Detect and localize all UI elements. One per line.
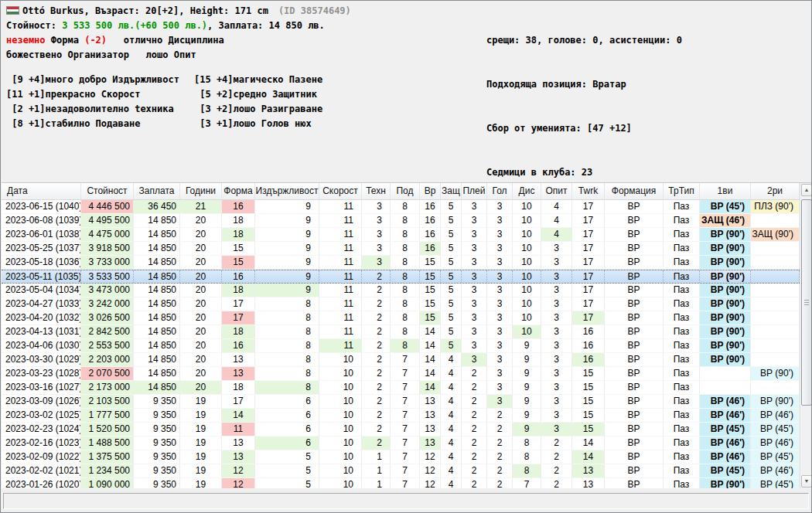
table-row[interactable]: 2023-03-16 (1027)2 173 00014 85020188102… — [2, 381, 800, 395]
table-cell: 2023-06-01 (1038) — [2, 228, 81, 242]
table-cell: 3 — [541, 325, 572, 339]
table-cell: 7 — [391, 381, 420, 395]
table-row[interactable]: 2023-04-27 (1033)3 242 00014 85020178112… — [2, 297, 800, 311]
table-cell — [751, 339, 800, 353]
table-cell: 13 — [222, 367, 255, 381]
scroll-down-button[interactable]: ▼ — [801, 475, 812, 488]
table-cell: 9 350 — [134, 423, 180, 437]
table-row[interactable]: 2023-01-26 (1020)1 090 0009 350191251017… — [2, 478, 800, 488]
column-header[interactable]: Дата — [2, 183, 81, 199]
table-cell — [751, 311, 800, 325]
table-cell: 14 850 — [134, 339, 180, 353]
table-cell: 3 — [487, 325, 513, 339]
table-cell: ВР — [605, 270, 664, 283]
table-cell: 3 — [487, 284, 513, 297]
column-header[interactable]: Опит — [541, 183, 572, 199]
table-row[interactable]: 2023-02-16 (1023)1 488 5009 350191361027… — [2, 437, 800, 450]
table-row[interactable]: 2023-04-13 (1031)2 842 50014 85020188112… — [2, 325, 800, 339]
table-cell: 9 350 — [134, 478, 180, 488]
table-cell: 11 — [319, 284, 362, 297]
table-cell: 10 — [513, 297, 541, 311]
column-header[interactable]: Twrk — [572, 183, 605, 199]
table-cell: 14 850 — [134, 381, 180, 395]
table-row[interactable]: 2023-05-18 (1036)3 733 00014 85020159113… — [2, 256, 800, 270]
column-header[interactable]: Издържливост — [255, 183, 319, 199]
table-row-selected[interactable]: 2023-05-11 (1035)3 533 50014 85020169112… — [2, 270, 800, 284]
table-cell: 3 — [462, 200, 487, 214]
table-cell: 14 850 — [134, 311, 180, 325]
table-cell: 19 — [180, 450, 222, 464]
table-cell: 2 — [362, 353, 391, 367]
table-row[interactable]: 2023-05-04 (1034)3 473 00014 85020189112… — [2, 284, 800, 297]
table-cell: 11 — [319, 297, 362, 311]
column-header[interactable]: Заплата — [134, 183, 180, 199]
season-matches: срещи: 38, голове: 0, асистенции: 0 — [486, 33, 682, 48]
skill-line: [9 +4]много добро Издържливост — [6, 73, 179, 87]
column-header[interactable]: Скорост — [319, 183, 362, 199]
table-cell: 8 — [255, 367, 319, 381]
table-cell: 2023-03-16 (1027) — [2, 381, 81, 395]
column-header[interactable]: ТрТип — [664, 183, 700, 199]
table-row[interactable]: 2023-03-30 (1029)2 203 00014 85020138102… — [2, 353, 800, 367]
table-row[interactable]: 2023-03-02 (1025)1 777 5009 350191461027… — [2, 409, 800, 423]
table-cell: 3 — [541, 339, 572, 353]
column-header[interactable]: Формация — [605, 183, 664, 199]
value-amount: 3 533 500 лв.(+60 500 лв.) — [62, 20, 207, 31]
table-cell — [700, 367, 751, 381]
column-header[interactable]: Стойност — [81, 183, 134, 199]
table-cell: 3 — [462, 228, 487, 242]
table-cell: 14 — [572, 437, 605, 450]
column-header[interactable]: Дис — [513, 183, 541, 199]
table-cell: 3 — [541, 381, 572, 395]
table-row[interactable]: 2023-03-09 (1026)2 103 5009 350191761027… — [2, 395, 800, 409]
scroll-up-button[interactable]: ▲ — [801, 184, 812, 196]
table-cell: ВР — [605, 437, 664, 450]
table-row[interactable]: 2023-06-08 (1039)4 495 50014 85020189113… — [2, 214, 800, 228]
table-cell: 2 — [362, 311, 391, 325]
column-header[interactable]: Вр — [420, 183, 441, 199]
table-cell: 2023-05-04 (1034) — [2, 284, 81, 297]
table-row[interactable]: 2023-04-20 (1032)3 026 50014 85020178112… — [2, 311, 800, 325]
table-row[interactable]: 2023-06-01 (1038)4 475 00014 85020189113… — [2, 228, 800, 242]
column-header[interactable]: 1ви — [700, 183, 751, 199]
table-cell: 3 533 500 — [81, 270, 134, 283]
table-cell: ВР (90') — [700, 256, 751, 270]
table-cell: 20 — [180, 325, 222, 339]
table-cell: 4 475 000 — [81, 228, 134, 242]
table-row[interactable]: 2023-02-09 (1022)1 375 5009 350191351017… — [2, 450, 800, 464]
column-header[interactable]: Под — [391, 183, 420, 199]
table-cell: 20 — [180, 311, 222, 325]
table-row[interactable]: 2023-06-15 (1040)4 446 50036 45021169113… — [2, 200, 800, 214]
table-cell: ЗАЩ (90') — [751, 228, 800, 242]
table-cell: 2 — [462, 409, 487, 423]
column-header[interactable]: 2ри — [751, 183, 800, 199]
table-cell: 3 — [462, 325, 487, 339]
table-cell: 13 — [420, 423, 441, 437]
table-cell: 14 — [572, 450, 605, 464]
table-cell: 3 — [487, 200, 513, 214]
table-row[interactable]: 2023-05-25 (1037)3 918 50014 85020159113… — [2, 242, 800, 256]
table-cell: Паз — [664, 311, 700, 325]
table-cell: 8 — [391, 311, 420, 325]
table-cell: 17 — [572, 284, 605, 297]
table-cell: 21 — [180, 200, 222, 214]
table-row[interactable]: 2023-02-02 (1021)1 234 5009 350191251017… — [2, 464, 800, 478]
table-cell: 2 — [541, 478, 572, 488]
column-header[interactable]: Плей — [462, 183, 487, 199]
table-row[interactable]: 2023-02-23 (1024)1 520 5009 350191161027… — [2, 423, 800, 437]
table-cell: 2 — [362, 381, 391, 395]
table-row[interactable]: 2023-03-23 (1028)2 070 50014 85020138102… — [2, 367, 800, 381]
scrollbar-thumb[interactable] — [801, 199, 812, 406]
table-cell: 1 — [362, 464, 391, 478]
table-cell: 2 — [462, 367, 487, 381]
table-cell: 10 — [513, 270, 541, 283]
column-header[interactable]: Форма — [222, 183, 255, 199]
table-cell: ВР (90') — [700, 242, 751, 256]
table-row[interactable]: 2023-04-06 (1030)2 553 50014 85020168112… — [2, 339, 800, 353]
table-cell: Паз — [664, 353, 700, 367]
column-header[interactable]: Защ — [441, 183, 462, 199]
vertical-scrollbar[interactable]: ▲ ▼ — [800, 183, 812, 488]
column-header[interactable]: Години — [180, 183, 222, 199]
column-header[interactable]: Гол — [487, 183, 513, 199]
column-header[interactable]: Техн — [362, 183, 391, 199]
